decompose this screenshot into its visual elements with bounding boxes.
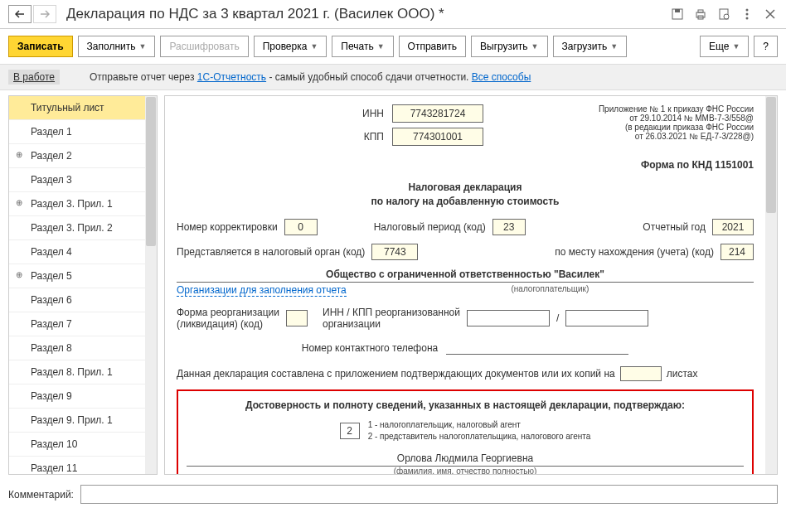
save-button[interactable]: Записать — [8, 36, 73, 57]
sidebar-item-10[interactable]: Раздел 8 — [9, 336, 157, 360]
phone-field[interactable] — [446, 341, 628, 355]
sidebar-item-7[interactable]: Раздел 5 — [9, 264, 157, 288]
year-label: Отчетный год — [643, 221, 706, 233]
nav-back-button[interactable] — [8, 5, 32, 23]
arrow-left-icon — [15, 10, 25, 18]
nav-fwd-button — [33, 5, 56, 23]
sidebar-item-15[interactable]: Раздел 11 — [9, 457, 157, 475]
org-name: Общество с ограниченной ответственностью… — [177, 268, 754, 283]
conf-code-field[interactable]: 2 — [340, 423, 360, 439]
appendix-text: Приложение № 1 к приказу ФНС России от 2… — [599, 104, 754, 151]
sidebar-scrollbar[interactable] — [145, 96, 157, 474]
window-title: Декларация по НДС за 3 квартал 2021 г. (… — [66, 6, 670, 22]
phone-label: Номер контактного телефона — [302, 342, 438, 354]
unload-button[interactable]: Выгрузить▼ — [471, 36, 547, 57]
sidebar-item-4[interactable]: Раздел 3. Прил. 1 — [9, 192, 157, 216]
check-button[interactable]: Проверка▼ — [254, 36, 328, 57]
doc-text: Данная декларация составлена с приложени… — [177, 368, 615, 380]
conf-desc: 1 - налогоплательщик, налоговый агент2 -… — [368, 419, 591, 443]
sidebar-item-2[interactable]: Раздел 2 — [9, 144, 157, 168]
decode-button: Расшифровать — [160, 36, 248, 57]
reorg-kpp-field[interactable] — [565, 310, 648, 326]
sidebar-item-6[interactable]: Раздел 4 — [9, 240, 157, 264]
place-field[interactable]: 214 — [720, 244, 754, 260]
kpp-field[interactable]: 774301001 — [392, 128, 483, 146]
content-scrollbar[interactable] — [765, 96, 777, 474]
chevron-down-icon: ▼ — [310, 42, 318, 51]
sidebar-item-14[interactable]: Раздел 10 — [9, 433, 157, 457]
section-sidebar: Титульный листРаздел 1Раздел 2Раздел 3Ра… — [8, 95, 158, 475]
corr-label: Номер корректировки — [177, 221, 278, 233]
footer: Комментарий: — [0, 480, 786, 509]
sidebar-item-12[interactable]: Раздел 9 — [9, 384, 157, 409]
send-button[interactable]: Отправить — [399, 36, 467, 57]
kpp-label: КПП — [342, 131, 384, 143]
organ-field[interactable]: 7743 — [371, 244, 418, 260]
reorg-label: Форма реорганизации(ликвидация) (код) — [177, 307, 279, 330]
chevron-down-icon: ▼ — [732, 42, 740, 51]
main-area: Титульный листРаздел 1Раздел 2Раздел 3Ра… — [0, 90, 786, 480]
svg-point-7 — [746, 9, 749, 12]
comment-input[interactable] — [80, 485, 778, 504]
chevron-down-icon: ▼ — [610, 42, 618, 51]
doc-sheets-label: листах — [667, 368, 698, 380]
org-link[interactable]: Организации для заполнения отчета — [177, 284, 347, 297]
svg-point-9 — [746, 17, 749, 20]
svg-rect-1 — [675, 9, 680, 12]
sidebar-item-11[interactable]: Раздел 8. Прил. 1 — [9, 360, 157, 384]
reorg-inn-label: ИНН / КПП реорганизованнойорганизации — [323, 307, 460, 330]
inn-label: ИНН — [342, 108, 384, 119]
sidebar-item-5[interactable]: Раздел 3. Прил. 2 — [9, 216, 157, 240]
sidebar-item-1[interactable]: Раздел 1 — [9, 120, 157, 144]
inn-field[interactable]: 7743281724 — [392, 104, 483, 123]
doc-pages-field[interactable] — [620, 366, 662, 381]
period-label: Налоговый период (код) — [374, 221, 486, 233]
fio-value: Орлова Людмила Георгиевна — [187, 452, 744, 467]
svg-rect-3 — [698, 10, 703, 12]
year-field[interactable]: 2021 — [712, 219, 754, 235]
declaration-title: Налоговая декларация по налогу на добавл… — [177, 181, 754, 209]
fio-sublabel: (фамилия, имя, отчество полностью) — [187, 467, 744, 474]
sidebar-item-8[interactable]: Раздел 6 — [9, 288, 157, 312]
svg-point-6 — [724, 14, 729, 19]
knd-code: Форма по КНД 1151001 — [177, 159, 754, 171]
organ-label: Представляется в налоговый орган (код) — [177, 246, 365, 258]
help-button[interactable]: ? — [754, 36, 778, 57]
sidebar-item-0[interactable]: Титульный лист — [9, 96, 157, 120]
place-label: по месту нахождения (учета) (код) — [555, 246, 714, 258]
chevron-down-icon: ▼ — [139, 42, 147, 51]
status-badge[interactable]: В работе — [8, 70, 60, 85]
close-icon[interactable] — [763, 7, 778, 22]
comment-label: Комментарий: — [8, 489, 74, 501]
link-1c[interactable]: 1С-Отчетность — [197, 71, 266, 83]
content-panel: ИНН7743281724 КПП774301001 Приложение № … — [164, 95, 778, 475]
print-button[interactable]: Печать▼ — [332, 36, 393, 57]
sidebar-item-13[interactable]: Раздел 9. Прил. 1 — [9, 409, 157, 433]
save-icon[interactable] — [670, 7, 685, 22]
print-icon[interactable] — [693, 7, 708, 22]
chevron-down-icon: ▼ — [377, 42, 385, 51]
more-button[interactable]: Еще▼ — [700, 36, 749, 57]
arrow-right-icon — [40, 10, 50, 18]
titlebar: Декларация по НДС за 3 квартал 2021 г. (… — [0, 0, 786, 29]
toolbar: Записать Заполнить▼ Расшифровать Проверк… — [0, 29, 786, 64]
info-text: Отправьте отчет через 1С-Отчетность - са… — [90, 71, 531, 83]
upload-button[interactable]: Загрузить▼ — [553, 36, 628, 57]
reorg-inn-field[interactable] — [467, 310, 550, 326]
org-sublabel: (налогоплательщик) — [512, 284, 590, 297]
link-all-methods[interactable]: Все способы — [472, 71, 531, 83]
fill-button[interactable]: Заполнить▼ — [78, 36, 156, 57]
reorg-code-field[interactable] — [286, 310, 308, 326]
attach-icon[interactable] — [716, 7, 731, 22]
confirmation-box: Достоверность и полноту сведений, указан… — [177, 389, 754, 474]
corr-field[interactable]: 0 — [284, 219, 318, 235]
svg-point-8 — [746, 13, 749, 16]
chevron-down-icon: ▼ — [531, 42, 539, 51]
conf-header: Достоверность и полноту сведений, указан… — [187, 399, 744, 411]
sidebar-item-9[interactable]: Раздел 7 — [9, 312, 157, 336]
sidebar-item-3[interactable]: Раздел 3 — [9, 168, 157, 192]
more-icon[interactable] — [740, 7, 754, 22]
period-field[interactable]: 23 — [492, 219, 526, 235]
info-bar: В работе Отправьте отчет через 1С-Отчетн… — [0, 64, 786, 90]
